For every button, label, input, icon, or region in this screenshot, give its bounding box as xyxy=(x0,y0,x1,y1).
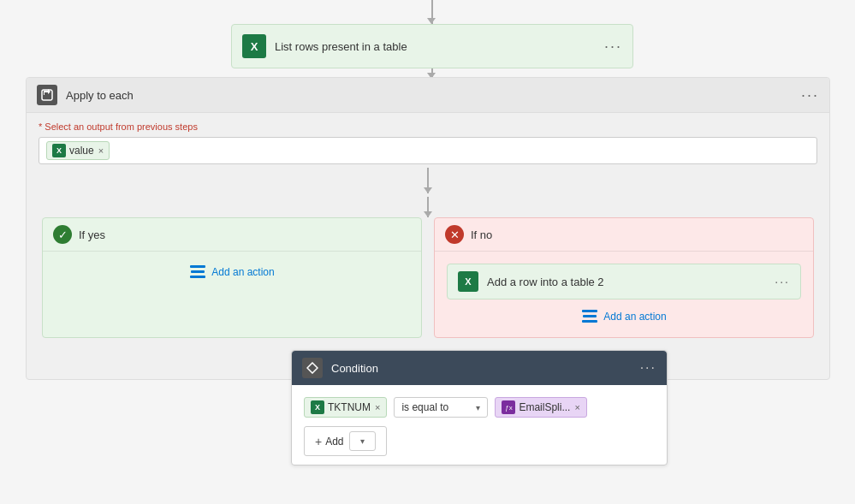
if-yes-header: ✓ If yes xyxy=(43,218,421,252)
loop-icon xyxy=(37,85,57,105)
list-rows-block: X List rows present in a table ··· xyxy=(231,24,633,68)
tktnum-close[interactable]: × xyxy=(375,402,380,412)
add-row-block: X Add a row into a table 2 ··· xyxy=(447,264,801,299)
expr-icon: ƒx xyxy=(502,400,515,414)
plus-icon: + xyxy=(315,435,322,448)
svg-rect-2 xyxy=(191,270,205,273)
emailsplit-tag: ƒx EmailSpli... × xyxy=(495,397,586,418)
value-tag-close[interactable]: × xyxy=(98,145,104,156)
operator-select[interactable]: is equal to ▾ xyxy=(394,397,488,418)
svg-rect-6 xyxy=(582,310,597,312)
condition-add-button[interactable]: + Add ▾ xyxy=(304,426,387,456)
list-rows-menu[interactable]: ··· xyxy=(604,38,622,56)
add-chevron: ▾ xyxy=(349,431,376,451)
emailsplit-close[interactable]: × xyxy=(574,402,579,412)
apply-each-title: Apply to each xyxy=(66,89,801,102)
condition-row: X TKTNUM × is equal to ▾ ƒx xyxy=(304,397,655,418)
top-arrow-head xyxy=(427,18,436,24)
condition-title: Condition xyxy=(331,362,640,375)
svg-rect-7 xyxy=(582,320,597,323)
tag-excel-icon: X xyxy=(52,144,66,157)
value-tag: X value × xyxy=(46,141,110,160)
add-row-menu[interactable]: ··· xyxy=(775,275,790,288)
excel-icon: X xyxy=(242,34,266,58)
inner-arrow-2 xyxy=(424,211,432,217)
condition-body: X TKTNUM × is equal to ▾ ƒx xyxy=(292,385,667,465)
svg-rect-4 xyxy=(190,276,205,278)
if-yes-add-action[interactable]: Add an action xyxy=(189,264,274,281)
if-no-panel: ✕ If no X Add a row into a table 2 ··· xyxy=(434,217,814,338)
no-icon: ✕ xyxy=(445,225,464,244)
tktnum-tag: X TKTNUM × xyxy=(304,397,387,418)
add-action-icon-yes xyxy=(189,264,206,281)
condition-menu[interactable]: ··· xyxy=(640,360,656,376)
add-action-icon-no xyxy=(581,308,598,325)
condition-icon xyxy=(302,358,323,378)
apply-each-block: Apply to each ··· * Select an output fro… xyxy=(26,77,830,380)
if-yes-panel: ✓ If yes Add an action xyxy=(42,217,422,338)
condition-header: Condition ··· xyxy=(292,351,667,385)
select-label: * Select an output from previous steps xyxy=(39,122,817,132)
inner-arrow-1 xyxy=(424,187,432,193)
if-no-title: If no xyxy=(471,228,492,241)
list-rows-title: List rows present in a table xyxy=(275,40,604,53)
value-tag-row[interactable]: X value × xyxy=(39,137,817,164)
if-no-add-action[interactable]: Add an action xyxy=(581,308,666,325)
yes-icon: ✓ xyxy=(53,225,72,244)
if-no-header: ✕ If no xyxy=(435,218,813,252)
flow-canvas: X List rows present in a table ··· Apply… xyxy=(0,0,855,504)
condition-block: Condition ··· X TKTNUM × is equal to xyxy=(291,350,668,465)
if-yes-title: If yes xyxy=(79,228,105,241)
svg-rect-3 xyxy=(190,265,205,268)
apply-each-header: Apply to each ··· xyxy=(27,78,829,113)
apply-each-body: * Select an output from previous steps X… xyxy=(27,113,829,379)
svg-marker-1 xyxy=(307,363,318,373)
if-yes-body: Add an action xyxy=(43,252,421,293)
svg-rect-5 xyxy=(583,315,597,317)
operator-chevron: ▾ xyxy=(476,403,480,412)
add-row-title: Add a row into a table 2 xyxy=(487,276,775,288)
if-no-body: X Add a row into a table 2 ··· Add an ac… xyxy=(435,252,813,337)
apply-each-menu[interactable]: ··· xyxy=(801,86,819,104)
add-row-excel-icon: X xyxy=(458,271,478,292)
tktnum-excel-icon: X xyxy=(311,400,324,414)
branch-panels: ✓ If yes Add an action xyxy=(39,217,817,338)
